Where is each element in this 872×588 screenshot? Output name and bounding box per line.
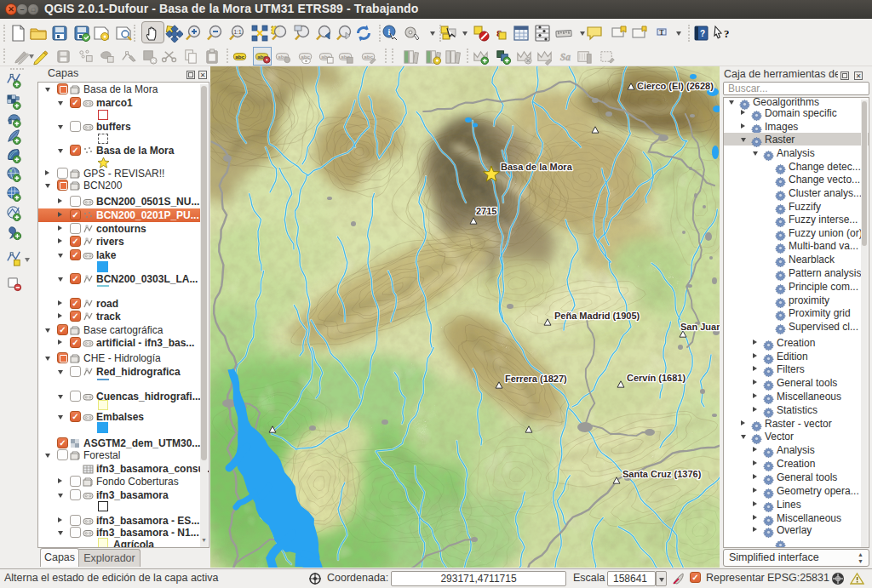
svg-text:Ferrera (1827): Ferrera (1827) (505, 374, 567, 384)
svg-text:Santa Cruz (1376): Santa Cruz (1376) (622, 469, 702, 479)
svg-text:T: T (659, 29, 664, 37)
svg-text:Cierco (El) (2628): Cierco (El) (2628) (637, 81, 714, 91)
svg-text:Peña Madrid (1905): Peña Madrid (1905) (554, 311, 640, 321)
svg-text:Sa: Sa (560, 52, 571, 62)
svg-text:?: ? (700, 29, 705, 38)
svg-text:abc: abc (235, 54, 244, 60)
svg-text:?: ? (724, 27, 729, 40)
svg-text:abc: abc (364, 54, 373, 60)
svg-text:Cervín (1681): Cervín (1681) (627, 373, 686, 383)
svg-text:i: i (388, 27, 391, 37)
svg-text:2715: 2715 (476, 206, 496, 216)
svg-text:San Juan: San Juan (680, 322, 720, 332)
svg-text:Basa de la Mora: Basa de la Mora (501, 162, 573, 172)
svg-text:1:1: 1:1 (233, 29, 241, 35)
